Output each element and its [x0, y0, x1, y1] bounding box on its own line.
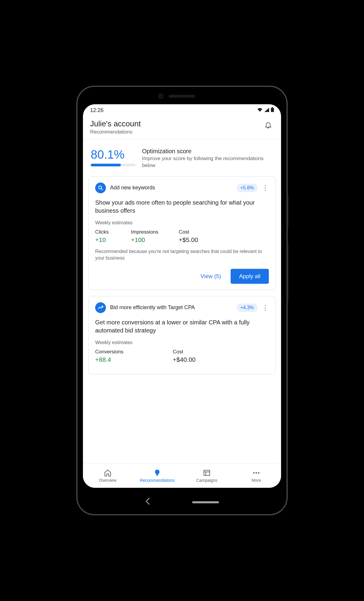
svg-point-10: [258, 472, 260, 473]
recommendation-card[interactable]: Bid more efficiently with Target CPA +4.…: [88, 296, 276, 374]
estimates-label: Weekly estimates: [95, 220, 269, 226]
view-button[interactable]: View (5): [196, 270, 225, 283]
nav-label: Overview: [99, 478, 116, 483]
nav-label: Recommendations: [140, 478, 175, 483]
card-reason: Recommended because you're not targeting…: [95, 248, 269, 262]
card-menu-button[interactable]: ⋮: [262, 306, 269, 309]
phone-side-button: [286, 194, 288, 227]
metric-value: +$5.00: [179, 236, 269, 243]
metrics-row: Conversions +88.4 Cost +$40.00: [95, 349, 269, 363]
uplift-badge: +4.3%: [237, 303, 257, 312]
metric-value: +$40.00: [173, 356, 220, 363]
trend-icon: [95, 302, 106, 313]
svg-rect-4: [156, 475, 158, 476]
status-time: 12:26: [90, 107, 104, 114]
nav-label: More: [252, 478, 261, 483]
lightbulb-icon: [153, 469, 161, 477]
card-menu-button[interactable]: ⋮: [262, 186, 269, 190]
battery-icon: [271, 107, 274, 114]
phone-side-button: [286, 242, 288, 302]
table-icon: [203, 469, 211, 477]
optimization-description: Improve your score by following the reco…: [142, 155, 273, 169]
card-headline: Get more conversions at a lower or simil…: [95, 318, 269, 335]
metric-name: Cost: [179, 229, 269, 235]
nav-label: Campaigns: [196, 478, 218, 483]
home-icon: [104, 469, 112, 477]
status-icons: [257, 107, 274, 114]
page-subtitle: Recommendations: [90, 129, 141, 135]
optimization-percent: 80.1%: [91, 148, 135, 161]
cellular-icon: [264, 107, 269, 114]
svg-rect-5: [204, 470, 210, 475]
svg-line-3: [101, 188, 103, 190]
nav-recommendations[interactable]: Recommendations: [132, 464, 182, 488]
optimization-progress-bar: [91, 164, 135, 166]
card-title: Bid more efficiently with Target CPA: [110, 304, 232, 311]
optimization-score-section: 80.1% Optimization score Improve your sc…: [88, 139, 276, 176]
card-title: Add new keywords: [110, 185, 232, 191]
metric-value: +88.4: [95, 356, 173, 363]
wifi-icon: [257, 107, 263, 114]
metrics-row: Clicks +10 Impressions +100 Cost +$5.00: [95, 229, 269, 243]
metric-value: +10: [95, 236, 131, 243]
app-header: Julie's account Recommendations: [83, 116, 281, 139]
phone-speaker: [169, 95, 195, 98]
search-icon: [95, 183, 106, 193]
nav-more[interactable]: More: [232, 464, 281, 488]
system-nav: [78, 497, 286, 508]
metric-name: Impressions: [131, 229, 179, 235]
svg-rect-1: [271, 108, 274, 112]
svg-point-9: [256, 472, 257, 473]
svg-point-8: [253, 472, 255, 473]
notifications-button[interactable]: [263, 119, 274, 132]
nav-campaigns[interactable]: Campaigns: [182, 464, 232, 488]
status-bar: 12:26: [83, 104, 281, 116]
bell-icon: [264, 121, 272, 129]
phone-frame: 12:26 Julie's account Recommendations: [78, 87, 286, 514]
metric-name: Cost: [173, 349, 220, 355]
card-headline: Show your ads more often to people searc…: [95, 199, 269, 215]
phone-camera: [158, 93, 164, 99]
apply-all-button[interactable]: Apply all: [231, 269, 269, 284]
metric-name: Conversions: [95, 349, 173, 355]
system-home-pill[interactable]: [192, 501, 219, 503]
recommendation-card[interactable]: Add new keywords +5.6% ⋮ Show your ads m…: [88, 176, 276, 290]
content-scroll[interactable]: 80.1% Optimization score Improve your sc…: [83, 139, 281, 463]
metric-name: Clicks: [95, 229, 131, 235]
optimization-title: Optimization score: [142, 148, 273, 155]
more-icon: [252, 469, 260, 477]
svg-rect-0: [272, 107, 273, 108]
estimates-label: Weekly estimates: [95, 340, 269, 345]
metric-value: +100: [131, 236, 179, 243]
optimization-progress-fill: [91, 164, 121, 166]
account-title: Julie's account: [90, 119, 141, 128]
bottom-nav: Overview Recommendations Campaigns More: [83, 463, 281, 488]
system-back-button[interactable]: [145, 497, 150, 508]
uplift-badge: +5.6%: [237, 184, 257, 192]
app-screen: 12:26 Julie's account Recommendations: [83, 104, 281, 488]
nav-overview[interactable]: Overview: [83, 464, 132, 488]
